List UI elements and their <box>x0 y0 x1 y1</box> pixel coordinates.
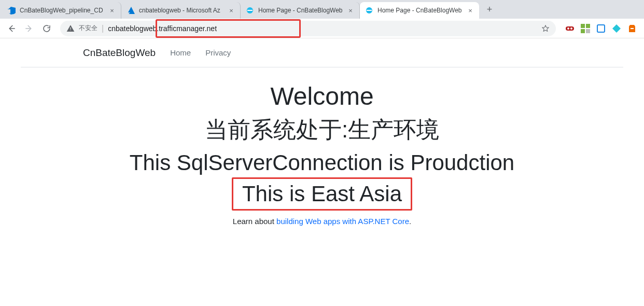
close-icon[interactable]: × <box>467 7 474 14</box>
arrow-left-icon <box>7 24 16 33</box>
reload-icon <box>42 24 51 33</box>
learn-line: Learn about building Web apps with ASP.N… <box>21 217 623 226</box>
toolbar: 不安全 | cnbateblogweb.trafficmanager.net <box>0 19 644 38</box>
nav-privacy[interactable]: Privacy <box>205 48 231 57</box>
bookmark-star-icon[interactable] <box>541 24 550 33</box>
learn-suffix: . <box>409 217 411 226</box>
learn-prefix: Learn about <box>233 217 276 226</box>
extension-icon[interactable] <box>581 24 590 33</box>
insecure-label: 不安全 <box>79 24 97 33</box>
page-content: CnBateBlogWeb Home Privacy Welcome 当前系统处… <box>0 38 644 226</box>
tab-title: cnbateblogweb - Microsoft Az <box>139 7 223 14</box>
reload-button[interactable] <box>39 21 54 36</box>
extension-icon[interactable] <box>565 24 575 33</box>
separator: | <box>102 24 104 33</box>
arrow-right-icon <box>24 24 34 33</box>
tab-homepage-2[interactable]: Home Page - CnBateBlogWeb × <box>360 2 479 19</box>
svg-rect-7 <box>581 29 585 33</box>
url-text: cnbateblogweb.trafficmanager.net <box>108 24 537 33</box>
hero-region: This is East Asia <box>235 180 409 207</box>
svg-rect-9 <box>597 25 605 32</box>
new-tab-button[interactable]: + <box>482 2 497 17</box>
tabstrip: CnBateBlogWeb_pipeline_CD × cnbateblogwe… <box>0 0 644 19</box>
hero-welcome: Welcome <box>21 82 623 110</box>
svg-rect-8 <box>586 29 590 33</box>
site-nav: CnBateBlogWeb Home Privacy <box>21 38 623 67</box>
ie-icon <box>246 6 254 15</box>
forward-button[interactable] <box>22 21 36 36</box>
tab-title: Home Page - CnBateBlogWeb <box>258 7 343 14</box>
svg-point-3 <box>567 27 569 30</box>
close-icon[interactable]: × <box>108 7 116 14</box>
back-button[interactable] <box>4 21 19 36</box>
close-icon[interactable]: × <box>347 7 354 14</box>
svg-rect-5 <box>581 24 585 28</box>
tab-homepage-1[interactable]: Home Page - CnBateBlogWeb × <box>241 2 360 19</box>
learn-link[interactable]: building Web apps with ASP.NET Core <box>276 217 409 226</box>
azure-icon <box>127 6 135 15</box>
tab-azure-portal[interactable]: cnbateblogweb - Microsoft Az × <box>121 2 241 19</box>
warning-icon <box>66 24 75 33</box>
svg-rect-10 <box>631 28 634 29</box>
extension-icon[interactable] <box>596 24 606 33</box>
hero: Welcome 当前系统处于:生产环境 This SqlServerConnec… <box>21 67 623 226</box>
address-bar[interactable]: 不安全 | cnbateblogweb.trafficmanager.net <box>60 21 556 36</box>
svg-rect-6 <box>586 24 590 28</box>
extension-icon[interactable] <box>627 24 637 33</box>
extension-icons <box>562 24 640 33</box>
hero-connection: This SqlServerConnection is Proudction <box>21 150 623 175</box>
hero-environment: 当前系统处于:生产环境 <box>21 115 623 145</box>
hero-region-text: This is East Asia <box>242 182 402 206</box>
ie-icon <box>365 6 373 15</box>
tab-title: CnBateBlogWeb_pipeline_CD <box>20 7 104 14</box>
nav-home[interactable]: Home <box>170 48 191 57</box>
tab-title: Home Page - CnBateBlogWeb <box>377 7 463 14</box>
svg-rect-2 <box>566 26 574 31</box>
close-icon[interactable]: × <box>228 7 235 14</box>
svg-point-4 <box>570 27 572 30</box>
extension-icon[interactable] <box>612 24 621 33</box>
tab-pipeline[interactable]: CnBateBlogWeb_pipeline_CD × <box>2 2 121 19</box>
azure-devops-icon <box>7 6 16 15</box>
brand[interactable]: CnBateBlogWeb <box>83 47 156 59</box>
